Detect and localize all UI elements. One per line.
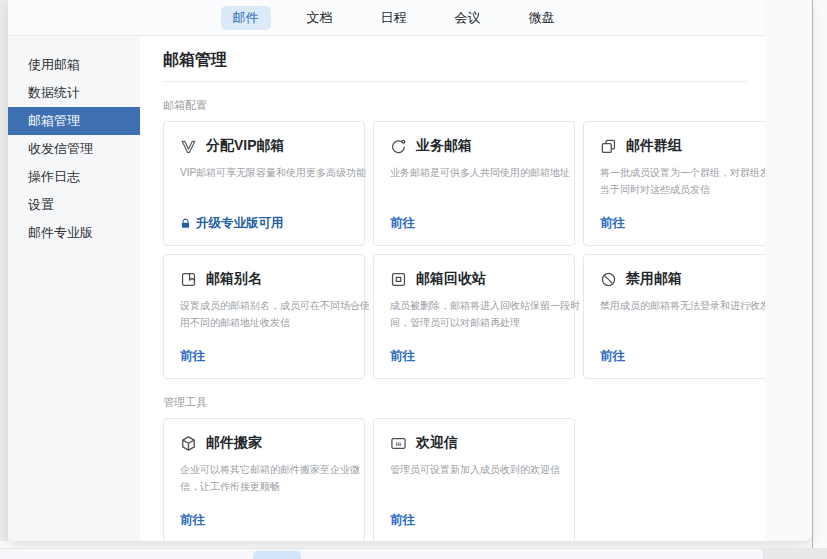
sections-container: 邮箱配置 分配VIP邮箱 VIP邮箱可享无限容量和使用更多高级功能 升级专业版可… (163, 98, 765, 541)
upgrade-pro-label: 升级专业版可用 (196, 215, 284, 232)
top-navigation: 邮件文档日程会议微盘 (8, 0, 765, 36)
prohibit-icon (600, 271, 617, 288)
card-section: 邮箱配置 分配VIP邮箱 VIP邮箱可享无限容量和使用更多高级功能 升级专业版可… (163, 98, 765, 379)
sidebar-item-use-mailbox[interactable]: 使用邮箱 (8, 51, 140, 79)
svg-text:Hi: Hi (396, 440, 402, 446)
card-business-mailbox: 业务邮箱 业务邮箱是可供多人共同使用的邮箱地址 前往 (373, 121, 575, 246)
card-title: 邮件搬家 (206, 434, 262, 452)
card-description: 业务邮箱是可供多人共同使用的邮箱地址 (390, 164, 580, 181)
page-title: 邮箱管理 (163, 50, 765, 70)
card-mailbox-recycle-bin: 邮箱回收站 成员被删除，邮箱将进入回收站保留一段时间，管理员可以对邮箱再处理 前… (373, 254, 575, 379)
card-header: 邮件群组 (600, 137, 765, 155)
card-mail-group: 邮件群组 将一批成员设置为一个群组，对群组发信相当于同时对这些成员发信 前往 (583, 121, 765, 246)
card-title: 邮箱回收站 (416, 270, 486, 288)
card-title: 欢迎信 (416, 434, 458, 452)
card-welcome-letter: Hi 欢迎信 管理员可设置新加入成员收到的欢迎信 前往 (373, 418, 575, 541)
card-description: 成员被删除，邮箱将进入回收站保留一段时间，管理员可以对邮箱再处理 (390, 297, 580, 331)
card-header: 分配VIP邮箱 (180, 137, 364, 155)
bookmark-card-icon (180, 271, 197, 288)
window-edge-divider (812, 0, 813, 548)
sidebar-item-operation-log[interactable]: 操作日志 (8, 163, 140, 191)
card-title: 分配VIP邮箱 (206, 137, 285, 155)
vip-v-icon (180, 138, 197, 155)
sidebar-item-data-statistics[interactable]: 数据统计 (8, 79, 140, 107)
card-title: 业务邮箱 (416, 137, 472, 155)
go-to-link[interactable]: 前往 (600, 215, 625, 232)
card-section: 管理工具 邮件搬家 企业可以将其它邮箱的邮件搬家至企业微信，让工作衔接更顺畅 前… (163, 395, 765, 541)
tab-calendar[interactable]: 日程 (369, 6, 419, 30)
go-to-link[interactable]: 前往 (180, 348, 205, 365)
card-description: 企业可以将其它邮箱的邮件搬家至企业微信，让工作衔接更顺畅 (180, 461, 370, 495)
sidebar-item-settings[interactable]: 设置 (8, 191, 140, 219)
card-assign-vip-mailbox: 分配VIP邮箱 VIP邮箱可享无限容量和使用更多高级功能 升级专业版可用 (163, 121, 365, 246)
topnav-tabs: 邮件文档日程会议微盘 (221, 6, 567, 30)
card-title: 邮箱别名 (206, 270, 262, 288)
go-to-link[interactable]: 前往 (390, 215, 415, 232)
card-header: Hi 欢迎信 (390, 434, 574, 452)
background-window-top (0, 548, 763, 559)
card-header: 业务邮箱 (390, 137, 574, 155)
go-to-link[interactable]: 前往 (600, 348, 625, 365)
section-label: 邮箱配置 (163, 98, 765, 112)
sidebar-item-mail-professional[interactable]: 邮件专业版 (8, 219, 140, 247)
background-blue-pill (253, 551, 301, 559)
app-window: 邮件文档日程会议微盘 使用邮箱数据统计邮箱管理收发信管理操作日志设置邮件专业版 … (8, 0, 812, 541)
tab-drive[interactable]: 微盘 (517, 6, 567, 30)
recycle-box-icon (390, 271, 407, 288)
desktop-left-edge (0, 0, 8, 541)
background-window-corner (763, 548, 827, 559)
go-to-link[interactable]: 前往 (390, 348, 415, 365)
sidebar: 使用邮箱数据统计邮箱管理收发信管理操作日志设置邮件专业版 (8, 37, 140, 541)
card-mail-migration: 邮件搬家 企业可以将其它邮箱的邮件搬家至企业微信，让工作衔接更顺畅 前往 (163, 418, 365, 541)
tab-meeting[interactable]: 会议 (443, 6, 493, 30)
card-disabled-mailbox: 禁用邮箱 禁用成员的邮箱将无法登录和进行收发信 前往 (583, 254, 765, 379)
lock-icon (180, 218, 191, 229)
go-to-link[interactable]: 前往 (390, 512, 415, 529)
card-grid: 分配VIP邮箱 VIP邮箱可享无限容量和使用更多高级功能 升级专业版可用 业务邮… (163, 121, 765, 379)
main-content: 邮箱管理 邮箱配置 分配VIP邮箱 VIP邮箱可享无限容量和使用更多高级功能 升… (140, 37, 765, 541)
card-description: VIP邮箱可享无限容量和使用更多高级功能 (180, 164, 370, 181)
tab-docs[interactable]: 文档 (295, 6, 345, 30)
card-description: 设置成员的邮箱别名，成员可在不同场合使用不同的邮箱地址收发信 (180, 297, 370, 331)
title-divider (163, 81, 747, 82)
mail-group-icon (600, 138, 617, 155)
go-to-link[interactable]: 前往 (180, 512, 205, 529)
cube-icon (180, 435, 197, 452)
card-grid: 邮件搬家 企业可以将其它邮箱的邮件搬家至企业微信，让工作衔接更顺畅 前往 Hi … (163, 418, 765, 541)
welcome-letter-icon: Hi (390, 435, 407, 452)
card-title: 禁用邮箱 (626, 270, 682, 288)
card-title: 邮件群组 (626, 137, 682, 155)
card-description: 将一批成员设置为一个群组，对群组发信相当于同时对这些成员发信 (600, 164, 765, 198)
card-header: 邮件搬家 (180, 434, 364, 452)
card-header: 邮箱回收站 (390, 270, 574, 288)
upgrade-pro-link[interactable]: 升级专业版可用 (180, 215, 284, 232)
card-header: 邮箱别名 (180, 270, 364, 288)
card-description: 禁用成员的邮箱将无法登录和进行收发信 (600, 297, 765, 314)
sidebar-item-mailbox-management[interactable]: 邮箱管理 (8, 107, 140, 135)
card-mailbox-alias: 邮箱别名 设置成员的邮箱别名，成员可在不同场合使用不同的邮箱地址收发信 前往 (163, 254, 365, 379)
card-header: 禁用邮箱 (600, 270, 765, 288)
tab-mail[interactable]: 邮件 (221, 6, 271, 30)
sidebar-item-send-receive-management[interactable]: 收发信管理 (8, 135, 140, 163)
section-label: 管理工具 (163, 395, 765, 409)
card-description: 管理员可设置新加入成员收到的欢迎信 (390, 461, 580, 478)
shared-mailbox-icon (390, 138, 407, 155)
